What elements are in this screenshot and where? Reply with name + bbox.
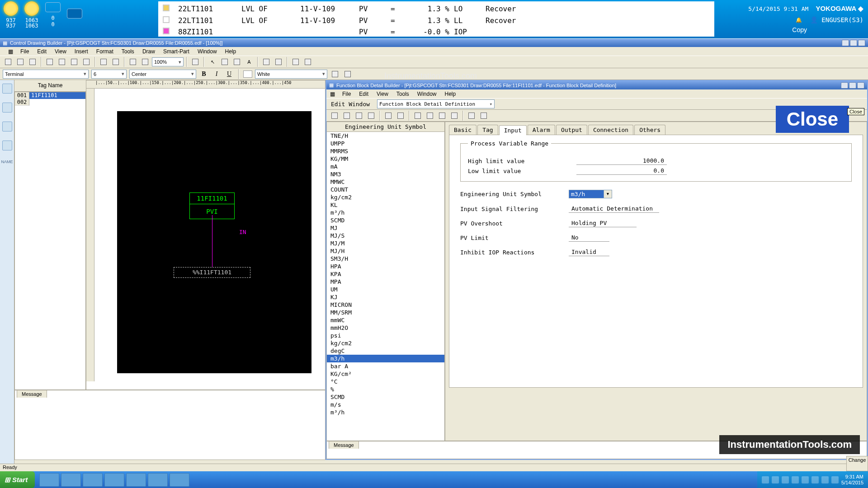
fontsize-combo[interactable]: 6▾ [91,70,127,79]
tray-clock[interactable]: 9:31 AM5/14/2015 [841,474,863,485]
menu-tools[interactable]: Tools [118,47,138,56]
tab-tag[interactable]: Tag [477,125,498,135]
open-button[interactable] [15,57,26,67]
btn-x[interactable] [449,111,460,121]
unit-option[interactable]: bar A [327,362,444,370]
unit-option[interactable]: KG/cm² [327,370,444,378]
network-icon[interactable] [67,9,82,21]
high-limit-field[interactable]: 1000.0 [576,157,667,165]
close-button[interactable] [858,40,865,46]
tab-output[interactable]: Output [556,125,587,135]
maximize-button[interactable] [850,40,857,46]
tab-others[interactable]: Others [634,125,665,135]
btn-3[interactable] [354,111,364,121]
menu-help[interactable]: Help [441,90,460,98]
overshoot-field[interactable]: Holding PV [569,219,637,227]
menu-view[interactable]: View [51,47,70,56]
tab-basic[interactable]: Basic [449,125,476,135]
unit-option[interactable]: degC [327,347,444,355]
unit-option[interactable]: kg/cm2 [327,193,444,201]
tool-1[interactable] [190,57,201,67]
copy-label[interactable]: Copy [792,26,807,33]
unit-option[interactable]: SCMD [327,216,444,224]
unit-option[interactable]: KG/MM [327,155,444,163]
unit-option[interactable]: MM/SRM [327,309,444,316]
misc-btn-1[interactable] [330,70,340,79]
menu-file[interactable]: File [17,47,33,56]
task-item[interactable] [39,473,59,487]
unit-option[interactable]: KJ [327,293,444,301]
tray-icon[interactable] [762,476,769,483]
menu-window[interactable]: Window [194,47,221,56]
unit-option[interactable]: °C [327,378,444,385]
open-button[interactable] [329,111,340,121]
unit-option[interactable]: MICRON [327,301,444,309]
unit-option[interactable]: UM [327,286,444,293]
tab-connection[interactable]: Connection [588,125,633,135]
close-overlay[interactable]: Close [776,106,849,133]
pvlimit-field[interactable]: No [569,234,609,242]
iop-field[interactable]: Invalid [569,248,609,256]
unit-option[interactable]: MJ/H [327,247,444,255]
sub-maximize-button[interactable] [849,82,856,89]
menu-tools[interactable]: Tools [393,90,413,98]
menu-help[interactable]: Help [222,47,240,56]
redo-button[interactable] [110,57,121,67]
edit-window-combo[interactable]: Function Block Detail Definition▾ [377,99,495,108]
alarm-row[interactable]: 22LT1101LVL OF11-V-109PV=1.3 %LORecover [163,3,710,15]
save-button[interactable] [27,57,38,67]
tree-row[interactable]: 002 [15,99,85,106]
unit-combo[interactable]: m3/h▾ [569,190,612,198]
tray-icon[interactable] [802,476,809,483]
tool-3[interactable] [231,57,242,67]
alarm-row[interactable]: 88ZI1101PV=-0.0 %IOP [163,26,710,38]
unit-option[interactable]: MJ/S [327,232,444,239]
alarm-row[interactable]: 22LT1101LVL OF11-V-109PV=1.3 %LLRecover [163,15,710,27]
task-item[interactable] [83,473,103,487]
save-button[interactable] [341,111,352,121]
unit-option[interactable]: MMWC [327,178,444,186]
filtering-field[interactable]: Automatic Determination [569,205,659,213]
strip-icon[interactable] [2,122,12,131]
print-button[interactable] [383,111,394,121]
new-button[interactable] [3,57,14,67]
zoom-in-button[interactable] [127,57,138,67]
menu-draw[interactable]: Draw [139,47,159,56]
low-limit-field[interactable]: 0.0 [576,167,667,175]
menu-format[interactable]: Format [93,47,117,56]
unit-option[interactable]: mA [327,163,444,170]
task-item[interactable] [104,473,124,487]
unit-option[interactable]: MJ [327,224,444,232]
tool-2[interactable] [219,57,230,67]
unit-option[interactable]: % [327,385,444,393]
sub-close-button[interactable] [857,82,864,89]
terminal-combo[interactable]: Terminal▾ [3,70,89,79]
btn-4[interactable] [366,111,377,121]
copy-button[interactable] [425,111,435,121]
sub-minimize-button[interactable] [841,82,848,89]
menu-edit[interactable]: Edit [33,47,50,56]
drawing-canvas[interactable]: 11FI1101 PVI IN %%I11FT1101 [94,89,317,381]
cut-button[interactable] [57,57,67,67]
sub-message-tab[interactable]: Message [329,441,359,449]
tab-input[interactable]: Input [499,125,527,135]
unit-option[interactable]: MJ/M [327,239,444,247]
bell-icon[interactable]: 🔔 [796,17,802,23]
strip-icon[interactable] [2,103,12,113]
unit-option[interactable]: m³/h [327,408,444,416]
task-item[interactable] [61,473,81,487]
unit-option[interactable]: COUNT [327,186,444,193]
paste-button[interactable] [81,57,92,67]
unit-option[interactable]: HPA [327,263,444,270]
tray-icon[interactable] [831,476,839,483]
view-btn-1[interactable] [466,111,477,121]
tab-alarm[interactable]: Alarm [528,125,555,135]
user-label[interactable]: 👤 ENGUSER(S3) [810,16,863,23]
copy-button[interactable] [69,57,80,67]
undo-button[interactable] [98,57,109,67]
start-button[interactable]: ⊞Start [0,471,35,488]
misc-btn-2[interactable] [343,70,353,79]
zoom-combo[interactable]: 100%▾ [152,57,184,66]
tray-icon[interactable] [821,476,829,483]
tool-4[interactable] [261,57,272,67]
